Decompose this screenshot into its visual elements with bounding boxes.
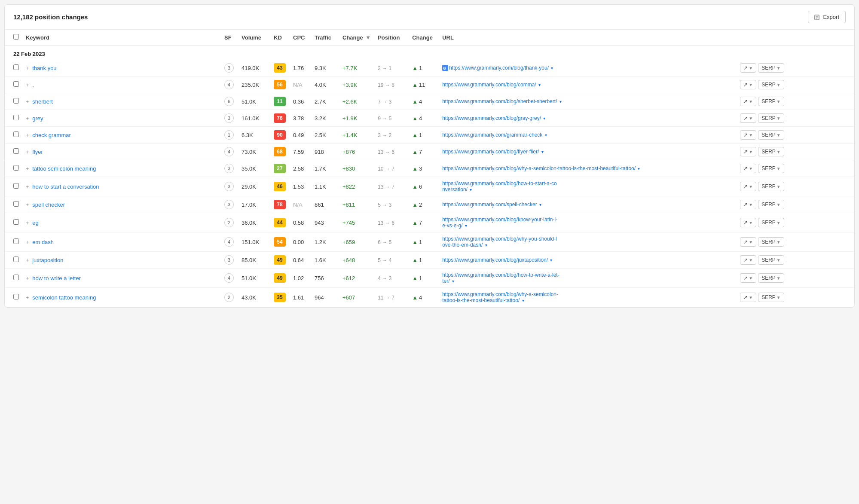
export-button[interactable]: Export <box>808 11 846 23</box>
row-checkbox[interactable] <box>13 131 19 137</box>
expand-icon[interactable]: + <box>26 239 29 245</box>
serp-button[interactable]: SERP ▼ <box>758 293 784 302</box>
url-link[interactable]: https://www.grammarly.com/spell-checker <box>442 202 537 208</box>
row-checkbox[interactable] <box>13 98 19 104</box>
serp-button[interactable]: SERP ▼ <box>758 182 784 191</box>
url-caret-icon[interactable]: ▾ <box>538 82 541 87</box>
url-link[interactable]: https://www.grammarly.com/blog/why-a-sem… <box>442 165 636 171</box>
expand-icon[interactable]: + <box>26 257 29 263</box>
trend-button[interactable]: ↗ ▼ <box>740 237 756 247</box>
keyword-link[interactable]: em dash <box>32 239 54 245</box>
keyword-link[interactable]: thank you <box>32 65 56 71</box>
row-checkbox[interactable] <box>13 183 19 189</box>
url-link[interactable]: https://www.grammarly.com/blog/how-to-st… <box>442 180 557 192</box>
url-caret-icon[interactable]: ▾ <box>485 243 487 247</box>
url-caret-icon[interactable]: ▾ <box>551 66 553 70</box>
row-checkbox[interactable] <box>13 219 19 225</box>
expand-icon[interactable]: + <box>26 98 29 105</box>
trend-button[interactable]: ↗ ▼ <box>740 218 756 227</box>
select-all-checkbox[interactable] <box>13 34 19 40</box>
trend-button[interactable]: ↗ ▼ <box>740 273 756 283</box>
expand-icon[interactable]: + <box>26 275 29 281</box>
url-caret-icon[interactable]: ▾ <box>559 99 562 104</box>
keyword-link[interactable]: grey <box>32 115 43 122</box>
row-checkbox[interactable] <box>13 257 19 262</box>
serp-button[interactable]: SERP ▼ <box>758 237 784 247</box>
serp-button[interactable]: SERP ▼ <box>758 80 784 89</box>
keyword-link[interactable]: , <box>32 82 34 88</box>
keyword-link[interactable]: semicolon tattoo meaning <box>32 294 96 301</box>
keyword-link[interactable]: eg <box>32 220 38 226</box>
expand-icon[interactable]: + <box>26 165 29 172</box>
row-checkbox[interactable] <box>13 115 19 120</box>
serp-button[interactable]: SERP ▼ <box>758 97 784 106</box>
trend-button[interactable]: ↗ ▼ <box>740 293 756 302</box>
url-link[interactable]: https://www.grammarly.com/blog/why-you-s… <box>442 236 557 248</box>
row-checkbox[interactable] <box>13 148 19 154</box>
keyword-link[interactable]: spell checker <box>32 202 65 208</box>
row-checkbox[interactable] <box>13 165 19 171</box>
serp-button[interactable]: SERP ▼ <box>758 130 784 140</box>
url-caret-icon[interactable]: ▾ <box>550 258 552 263</box>
serp-button[interactable]: SERP ▼ <box>758 113 784 123</box>
url-caret-icon[interactable]: ▾ <box>539 202 541 207</box>
keyword-link[interactable]: sherbert <box>32 98 53 105</box>
url-link[interactable]: https://www.grammarly.com/blog/how-to-wr… <box>442 272 559 284</box>
expand-icon[interactable]: + <box>26 115 29 122</box>
keyword-link[interactable]: flyer <box>32 149 43 155</box>
trend-button[interactable]: ↗ ▼ <box>740 97 756 106</box>
trend-button[interactable]: ↗ ▼ <box>740 63 756 73</box>
url-link[interactable]: https://www.grammarly.com/blog/comma/ <box>442 82 536 88</box>
trend-button[interactable]: ↗ ▼ <box>740 200 756 209</box>
url-link[interactable]: https://www.grammarly.com/blog/juxtaposi… <box>442 257 548 263</box>
expand-icon[interactable]: + <box>26 220 29 226</box>
expand-icon[interactable]: + <box>26 183 29 190</box>
row-checkbox[interactable] <box>13 201 19 207</box>
url-link[interactable]: https://www.grammarly.com/blog/gray-grey… <box>442 115 541 121</box>
trend-button[interactable]: ↗ ▼ <box>740 164 756 173</box>
keyword-link[interactable]: juxtaposition <box>32 257 63 263</box>
url-caret-icon[interactable]: ▾ <box>465 223 467 228</box>
trend-button[interactable]: ↗ ▼ <box>740 130 756 140</box>
trend-button[interactable]: ↗ ▼ <box>740 147 756 156</box>
change-col-header[interactable]: Change ▼ <box>339 30 374 46</box>
trend-button[interactable]: ↗ ▼ <box>740 113 756 123</box>
url-link[interactable]: https://www.grammarly.com/blog/flyer-fli… <box>442 149 539 155</box>
serp-button[interactable]: SERP ▼ <box>758 200 784 209</box>
trend-button[interactable]: ↗ ▼ <box>740 182 756 191</box>
row-checkbox[interactable] <box>13 275 19 280</box>
row-checkbox[interactable] <box>13 238 19 244</box>
row-checkbox[interactable] <box>13 64 19 70</box>
serp-button[interactable]: SERP ▼ <box>758 63 784 73</box>
serp-button[interactable]: SERP ▼ <box>758 218 784 227</box>
url-link[interactable]: https://www.grammarly.com/blog/thank-you… <box>449 65 549 71</box>
expand-icon[interactable]: + <box>26 294 29 301</box>
url-caret-icon[interactable]: ▾ <box>543 116 545 121</box>
keyword-link[interactable]: how to write a letter <box>32 275 81 281</box>
keyword-link[interactable]: tattoo semicolon meaning <box>32 165 96 172</box>
expand-icon[interactable]: + <box>26 82 29 88</box>
expand-icon[interactable]: + <box>26 149 29 155</box>
expand-icon[interactable]: + <box>26 132 29 138</box>
url-caret-icon[interactable]: ▾ <box>638 166 640 171</box>
serp-button[interactable]: SERP ▼ <box>758 147 784 156</box>
expand-icon[interactable]: + <box>26 65 29 71</box>
expand-icon[interactable]: + <box>26 202 29 208</box>
keyword-link[interactable]: check grammar <box>32 132 71 138</box>
trend-button[interactable]: ↗ ▼ <box>740 80 756 89</box>
url-link[interactable]: https://www.grammarly.com/grammar-check <box>442 132 542 138</box>
row-checkbox[interactable] <box>13 81 19 87</box>
trend-button[interactable]: ↗ ▼ <box>740 255 756 265</box>
url-link[interactable]: https://www.grammarly.com/blog/know-your… <box>442 217 557 229</box>
serp-button[interactable]: SERP ▼ <box>758 164 784 173</box>
url-caret-icon[interactable]: ▾ <box>452 279 454 284</box>
serp-button[interactable]: SERP ▼ <box>758 255 784 265</box>
url-link[interactable]: https://www.grammarly.com/blog/sherbet-s… <box>442 98 557 104</box>
url-caret-icon[interactable]: ▾ <box>545 133 547 137</box>
url-link[interactable]: https://www.grammarly.com/blog/why-a-sem… <box>442 291 558 303</box>
keyword-link[interactable]: how to start a conversation <box>32 183 99 190</box>
row-checkbox[interactable] <box>13 294 19 299</box>
url-caret-icon[interactable]: ▾ <box>522 298 524 303</box>
serp-button[interactable]: SERP ▼ <box>758 273 784 283</box>
url-caret-icon[interactable]: ▾ <box>470 187 472 192</box>
